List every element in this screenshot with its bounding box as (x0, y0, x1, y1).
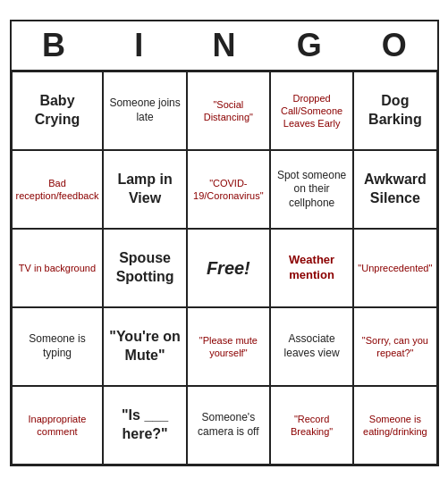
letter-g: G (274, 27, 345, 64)
letter-n: N (188, 27, 259, 64)
letter-i: I (103, 27, 174, 64)
cell-5[interactable]: Bad reception/feedback (12, 150, 104, 229)
cell-18[interactable]: Associate leaves view (270, 307, 353, 386)
cell-20[interactable]: Inappropriate comment (12, 386, 104, 465)
bingo-header: B I N G O (12, 21, 437, 71)
bingo-grid: Baby CryingSomeone joins late"Social Dis… (12, 71, 437, 465)
cell-15[interactable]: Someone is typing (12, 307, 104, 386)
cell-19[interactable]: "Sorry, can you repeat?" (353, 307, 436, 386)
cell-17[interactable]: "Please mute yourself" (187, 307, 270, 386)
cell-9[interactable]: Awkward Silence (353, 150, 436, 229)
cell-12[interactable]: Free! (187, 229, 270, 307)
cell-14[interactable]: "Unprecedented" (353, 229, 436, 307)
cell-8[interactable]: Spot someone on their cellphone (270, 150, 353, 229)
cell-7[interactable]: "COVID-19/Coronavirus" (187, 150, 270, 229)
cell-0[interactable]: Baby Crying (12, 71, 104, 150)
cell-6[interactable]: Lamp in View (103, 150, 186, 229)
cell-1[interactable]: Someone joins late (103, 71, 186, 150)
cell-13[interactable]: Weather mention (270, 229, 353, 307)
cell-3[interactable]: Dropped Call/Someone Leaves Early (270, 71, 353, 150)
cell-22[interactable]: Someone's camera is off (187, 386, 270, 465)
letter-o: O (359, 27, 430, 64)
cell-2[interactable]: "Social Distancing" (187, 71, 270, 150)
cell-11[interactable]: Spouse Spotting (103, 229, 186, 307)
cell-10[interactable]: TV in background (12, 229, 104, 307)
cell-24[interactable]: Someone is eating/drinking (353, 386, 436, 465)
bingo-card: B I N G O Baby CryingSomeone joins late"… (10, 20, 439, 466)
cell-21[interactable]: "Is ___ here?" (103, 386, 186, 465)
letter-b: B (18, 27, 89, 64)
cell-16[interactable]: "You're on Mute" (103, 307, 186, 386)
cell-23[interactable]: "Record Breaking" (270, 386, 353, 465)
cell-4[interactable]: Dog Barking (353, 71, 436, 150)
